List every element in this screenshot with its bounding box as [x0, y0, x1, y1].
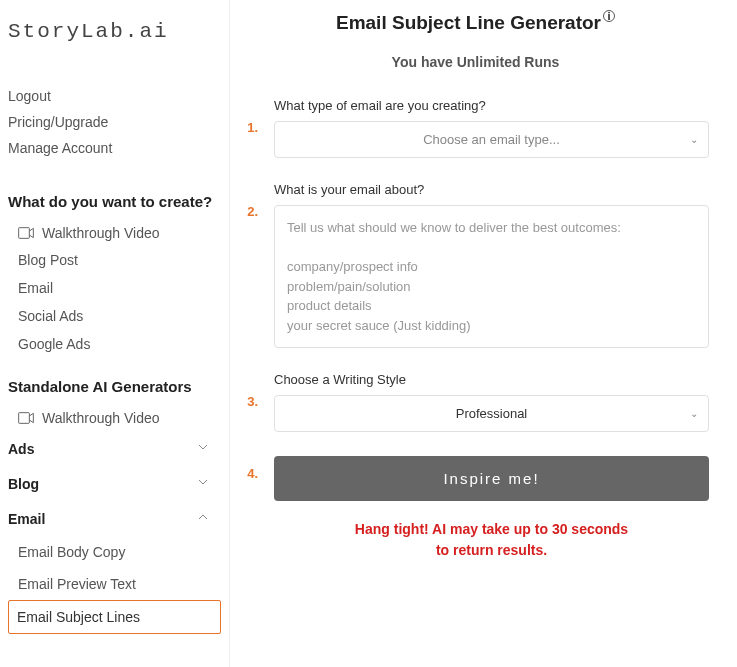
sidebar-item-email[interactable]: Email — [8, 274, 221, 302]
select-placeholder: Choose an email type... — [423, 132, 560, 147]
title-text: Email Subject Line Generator — [336, 12, 601, 34]
form-row-2: 2. What is your email about? Tell us wha… — [242, 182, 709, 348]
accordion-ads[interactable]: Ads — [8, 431, 221, 466]
logout-link[interactable]: Logout — [8, 83, 221, 109]
accordion-blog[interactable]: Blog — [8, 466, 221, 501]
chevron-down-icon: ⌄ — [690, 134, 698, 145]
accordion-label: Blog — [8, 476, 39, 492]
step-number-4: 4. — [242, 456, 258, 481]
svg-rect-0 — [19, 228, 30, 239]
svg-rect-1 — [19, 413, 30, 424]
main-content: Email Subject Line Generator i You have … — [230, 0, 737, 667]
email-about-label: What is your email about? — [274, 182, 709, 197]
sidebar: StoryLab.ai Logout Pricing/Upgrade Manag… — [0, 0, 230, 667]
walkthrough-video-link-2[interactable]: Walkthrough Video — [8, 405, 221, 431]
writing-style-label: Choose a Writing Style — [274, 372, 709, 387]
video-icon — [18, 412, 34, 424]
subitem-email-body[interactable]: Email Body Copy — [8, 536, 221, 568]
walkthrough-label: Walkthrough Video — [42, 410, 160, 426]
wait-line-2: to return results. — [274, 540, 709, 561]
select-value: Professional — [456, 406, 528, 421]
inspire-button[interactable]: Inspire me! — [274, 456, 709, 501]
manage-account-link[interactable]: Manage Account — [8, 135, 221, 161]
wait-message: Hang tight! AI may take up to 30 seconds… — [274, 519, 709, 561]
pricing-link[interactable]: Pricing/Upgrade — [8, 109, 221, 135]
form-row-3: 3. Choose a Writing Style Professional ⌄ — [242, 372, 709, 432]
accordion-label: Email — [8, 511, 45, 527]
walkthrough-label: Walkthrough Video — [42, 225, 160, 241]
account-nav: Logout Pricing/Upgrade Manage Account — [8, 83, 221, 161]
step-number-3: 3. — [242, 372, 258, 409]
create-heading: What do you want to create? — [8, 191, 221, 212]
video-icon — [18, 227, 34, 239]
chevron-up-icon — [195, 509, 211, 528]
page-title: Email Subject Line Generator i — [242, 12, 709, 34]
walkthrough-video-link-1[interactable]: Walkthrough Video — [8, 220, 221, 246]
chevron-down-icon: ⌄ — [690, 408, 698, 419]
email-type-select[interactable]: Choose an email type... ⌄ — [274, 121, 709, 158]
subitem-email-preview[interactable]: Email Preview Text — [8, 568, 221, 600]
step-number-2: 2. — [242, 182, 258, 219]
wait-line-1: Hang tight! AI may take up to 30 seconds — [274, 519, 709, 540]
step-number-1: 1. — [242, 98, 258, 135]
subitem-email-subject[interactable]: Email Subject Lines — [8, 600, 221, 634]
standalone-heading: Standalone AI Generators — [8, 376, 221, 397]
chevron-down-icon — [195, 474, 211, 493]
sidebar-item-google-ads[interactable]: Google Ads — [8, 330, 221, 358]
runs-subtitle: You have Unlimited Runs — [242, 54, 709, 70]
form-row-4: 4. Inspire me! Hang tight! AI may take u… — [242, 456, 709, 561]
writing-style-select[interactable]: Professional ⌄ — [274, 395, 709, 432]
sidebar-item-blog-post[interactable]: Blog Post — [8, 246, 221, 274]
logo: StoryLab.ai — [8, 20, 221, 43]
accordion-email[interactable]: Email — [8, 501, 221, 536]
email-type-label: What type of email are you creating? — [274, 98, 709, 113]
email-about-textarea[interactable]: Tell us what should we know to deliver t… — [274, 205, 709, 348]
sidebar-item-social-ads[interactable]: Social Ads — [8, 302, 221, 330]
accordion-label: Ads — [8, 441, 34, 457]
info-icon[interactable]: i — [603, 10, 615, 22]
form-row-1: 1. What type of email are you creating? … — [242, 98, 709, 158]
chevron-down-icon — [195, 439, 211, 458]
